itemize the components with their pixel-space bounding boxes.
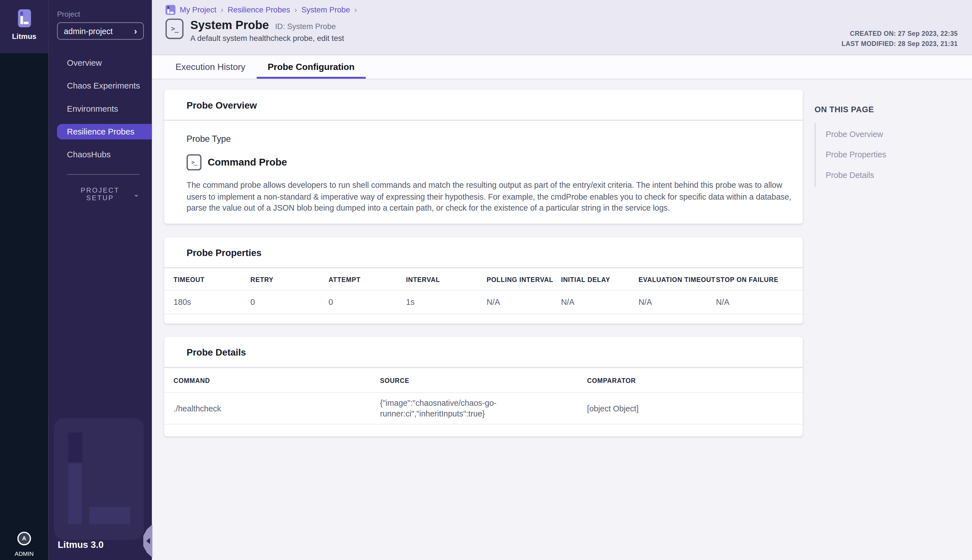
left-rail: Litmus A ADMIN: [0, 0, 48, 560]
probe-id: ID: System Probe: [275, 22, 336, 31]
probe-details-card: Probe Details COMMAND SOURCE COMPARATOR …: [164, 337, 803, 437]
sidebar-item-chaoshubs[interactable]: ChaosHubs: [48, 143, 152, 166]
evaluation-timeout-value: N/A: [639, 291, 716, 313]
probe-overview-card: Probe Overview Probe Type >_ Command Pro…: [164, 90, 803, 224]
retry-value: 0: [250, 291, 328, 313]
last-modified: LAST MODIFIED: 28 Sep 2023, 21:31: [841, 38, 958, 49]
probe-properties-card: Probe Properties TIMEOUT RETRY ATTEMPT I…: [164, 237, 803, 323]
breadcrumb-litmus-icon: [165, 5, 175, 15]
command-value: ./healthcheck: [173, 398, 380, 419]
breadcrumb: My Project › Resilience Probes › System …: [165, 0, 972, 15]
card-title-properties: Probe Properties: [187, 247, 262, 257]
logo-text: Litmus: [12, 32, 36, 41]
sidebar: Project admin-project › Overview Chaos E…: [48, 0, 152, 560]
breadcrumb-separator: ›: [295, 6, 297, 14]
interval-value: 1s: [406, 291, 487, 313]
terminal-icon-small: >_: [187, 154, 202, 170]
sidebar-divider: [67, 174, 139, 175]
version-label: Litmus 3.0: [58, 539, 103, 550]
page-header: My Project › Resilience Probes › System …: [152, 0, 972, 55]
chevron-right-icon: ›: [134, 27, 137, 35]
sidebar-item-environments[interactable]: Environments: [48, 97, 152, 120]
on-this-page-nav: ON THIS PAGE Probe Overview Probe Proper…: [815, 105, 957, 187]
tab-probe-configuration[interactable]: Probe Configuration: [257, 55, 365, 79]
created-on: CREATED ON: 27 Sep 2023, 22:35: [841, 28, 958, 38]
stop-on-failure-value: N/A: [716, 291, 803, 313]
details-header-row: COMMAND SOURCE COMPARATOR: [164, 368, 803, 393]
polling-interval-value: N/A: [487, 291, 561, 313]
toc-title: ON THIS PAGE: [815, 105, 957, 114]
litmus-logo-icon[interactable]: [18, 9, 31, 27]
chevron-down-icon: ⌄: [133, 190, 139, 198]
terminal-icon: >_: [165, 18, 183, 39]
sidebar-item-resilience-probes[interactable]: Resilience Probes: [57, 124, 152, 140]
properties-value-row: 180s 0 0 1s N/A N/A N/A N/A: [164, 291, 803, 314]
project-name: admin-project: [64, 26, 113, 35]
source-value: {"image":"chaosnative/chaos-go-runner:ci…: [380, 398, 522, 419]
breadcrumb-my-project[interactable]: My Project: [180, 6, 216, 14]
main-content: My Project › Resilience Probes › System …: [152, 0, 972, 560]
project-label: Project: [57, 10, 152, 18]
app-window: Litmus A ADMIN Project admin-project › O…: [0, 0, 972, 560]
avatar-label: ADMIN: [0, 550, 48, 557]
project-setup-toggle[interactable]: PROJECT SETUP ⌄: [67, 187, 139, 202]
rail-logo-block: Litmus: [0, 0, 48, 53]
breadcrumb-separator: ›: [220, 6, 223, 14]
tab-panel: Probe Overview Probe Type >_ Command Pro…: [152, 79, 972, 560]
breadcrumb-separator: ›: [354, 6, 357, 14]
card-title-details: Probe Details: [187, 347, 246, 357]
breadcrumb-resilience-probes[interactable]: Resilience Probes: [228, 6, 290, 14]
attempt-value: 0: [328, 291, 406, 313]
comparator-value: [object Object]: [587, 398, 803, 419]
toc-item-probe-properties[interactable]: Probe Properties: [816, 144, 957, 165]
project-selector[interactable]: admin-project ›: [57, 22, 144, 40]
sidebar-collapse-handle[interactable]: [143, 524, 153, 558]
litmus-watermark: [54, 418, 144, 540]
user-avatar[interactable]: A: [17, 532, 31, 545]
properties-header-row: TIMEOUT RETRY ATTEMPT INTERVAL POLLING I…: [164, 268, 803, 291]
sidebar-menu: Overview Chaos Experiments Environments …: [48, 51, 152, 166]
tab-bar: Execution History Probe Configuration: [152, 55, 972, 80]
initial-delay-value: N/A: [561, 291, 639, 313]
sidebar-item-chaos-experiments[interactable]: Chaos Experiments: [48, 75, 152, 97]
timeout-value: 180s: [173, 291, 250, 313]
details-value-row: ./healthcheck {"image":"chaosnative/chao…: [164, 393, 803, 424]
breadcrumb-system-probe[interactable]: System Probe: [301, 6, 350, 14]
probe-type-label: Probe Type: [187, 134, 803, 144]
probe-description: The command probe allows developers to r…: [187, 180, 799, 214]
timestamps: CREATED ON: 27 Sep 2023, 22:35 LAST MODI…: [841, 28, 958, 48]
triangle-left-icon: [146, 538, 150, 544]
probe-subtitle: A default system healthcheck probe, edit…: [190, 34, 344, 43]
tab-execution-history[interactable]: Execution History: [164, 55, 257, 79]
card-title-overview: Probe Overview: [187, 100, 257, 110]
page-title: System Probe: [190, 18, 269, 32]
toc-item-probe-overview[interactable]: Probe Overview: [816, 124, 957, 145]
probe-type-name: Command Probe: [208, 157, 287, 168]
sidebar-item-overview[interactable]: Overview: [48, 51, 152, 74]
toc-item-probe-details[interactable]: Probe Details: [816, 165, 957, 185]
